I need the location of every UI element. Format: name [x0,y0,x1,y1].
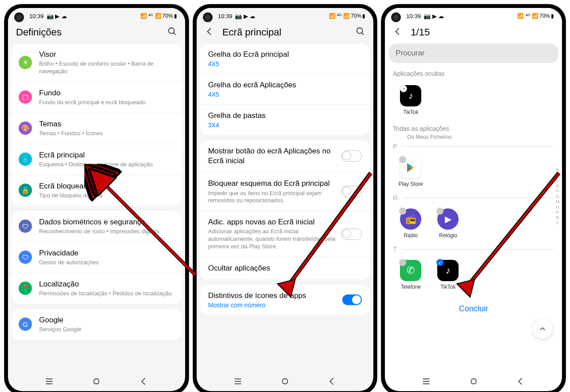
toggle-add-new[interactable]: Adic. apps novas ao Ecrã inicial Adicion… [200,211,370,257]
check-badge [399,259,406,266]
status-bar: 10:39 📷 ▶ ☁ 📶 ⁴ᴳ 📶 70% ▮ [385,8,562,22]
battery-icon: ▮ [174,13,177,19]
nav-back[interactable] [327,376,337,386]
tiktok-icon: ♪ − [400,85,421,106]
divider-t: T [385,245,562,254]
phone-icon: ✆ [400,260,421,281]
done-button[interactable]: Concluir [385,296,562,321]
svg-rect-5 [94,379,99,384]
phone-1: 10:39 📷 ▶ ☁ 📶 ⁴ᴳ 📶 70% ▮ Definições ☀ Vi… [4,4,189,392]
radio-icon: 📻 [400,208,421,230]
battery-icon: ▮ [362,13,365,19]
battery-icon: ▮ [551,13,554,19]
play-store-icon [400,157,421,178]
nav-home[interactable] [280,376,290,386]
svg-rect-14 [283,379,288,384]
nav-bar [8,372,185,391]
settings-item-fundo[interactable]: ▢ Fundo Fundo do ecrã principal e ecrã b… [12,82,182,113]
selection-counter: 1/15 [411,27,430,38]
hide-apps-item[interactable]: Ocultar aplicações [200,257,370,279]
phone-3: 10:39 📷 ▶ ☁ 📶 ⁴ᴳ 📶 70% ▮ 1/15 Procurar A… [381,4,566,392]
status-time: 10:39 [406,13,421,20]
camera-notch [203,12,213,22]
nav-recent[interactable] [421,376,431,386]
phone-2: 10:39 📷 ▶ ☁ 📶 ⁴ᴳ 📶 70% ▮ Ecrã principal [193,4,377,392]
lock-icon: 🔒 [19,184,32,197]
search-icon[interactable] [167,27,177,38]
status-signal-icon: 📶 ⁴ᴳ 📶 [140,13,162,19]
google-icon: G [19,318,32,331]
back-button[interactable] [393,27,403,38]
settings-item-biometric[interactable]: 🛡 Dados biométricos e segurança Reconhec… [12,211,182,242]
home-icon: ⌂ [19,153,32,166]
grid-apps[interactable]: Grelha do ecrã Aplicações 4X5 [200,74,370,105]
settings-item-home[interactable]: ⌂ Ecrã principal Esquema • Distintivos d… [12,144,182,175]
search-input[interactable]: Procurar [388,43,558,63]
app-clock[interactable]: ▶ Relógio [429,206,467,241]
hidden-app-tiktok[interactable]: ♪ − TikTok [392,82,429,118]
status-battery: 70% [539,13,550,19]
tiktok-icon: ♪ ✓ [437,260,459,281]
page-title: Ecrã principal [222,27,281,38]
scroll-top-button[interactable] [533,319,552,339]
hidden-apps-label: Aplicações ocultas [385,67,562,79]
settings-item-google[interactable]: G Google Serviços Google [12,309,182,340]
nav-back[interactable] [516,376,526,386]
grid-folders[interactable]: Grelha de pastas 3X4 [200,105,370,135]
check-badge-checked: ✓ [436,259,443,266]
location-icon: 📍 [19,282,32,295]
status-icons-left: 📷 ▶ ☁ [424,13,444,20]
settings-item-location[interactable]: 📍 Localização Permissões de localização … [12,273,182,304]
divider-p: P [385,142,562,151]
clock-icon: ▶ [437,208,459,230]
toggle-lock-layout[interactable]: Bloquear esquema do Ecrã principal Imped… [200,172,370,211]
partial-item: Os Meus Ficheiros [385,134,562,142]
status-icons-left: 📷 ▶ ☁ [235,13,255,20]
header: Ecrã principal [197,22,374,43]
settings-item-visor[interactable]: ☀ Visor Brilho • Escudo de conforto ocul… [12,43,182,82]
divider-r: R [385,193,562,202]
app-radio[interactable]: 📻 Rádio [392,206,429,241]
app-phone[interactable]: ✆ Telefone [392,257,429,293]
toggle-apps-button[interactable]: Mostrar botão do ecrã Aplicações no Ecrã… [200,140,370,172]
nav-recent[interactable] [233,376,243,386]
svg-point-0 [168,28,174,34]
shield-icon: 🛡 [19,220,32,233]
alpha-index[interactable]: &ACDFGMOPRT [556,168,560,225]
search-icon[interactable] [356,27,365,38]
back-button[interactable] [205,27,214,38]
status-time: 10:39 [218,13,233,20]
svg-line-10 [362,33,364,35]
app-tiktok-selected[interactable]: ♪ ✓ TikTok [429,257,467,293]
toggle-switch[interactable] [341,228,362,240]
nav-home[interactable] [91,376,101,386]
svg-rect-20 [471,379,476,384]
settings-item-privacy[interactable]: 🛡 Privacidade Gestor de autorizações [12,242,182,273]
status-signal-icon: 📶 ⁴ᴳ 📶 [329,13,350,19]
nav-home[interactable] [469,376,479,386]
toggle-switch[interactable] [341,186,362,197]
app-play-store[interactable]: Play Store [392,154,429,190]
header: 1/15 [385,22,562,43]
svg-line-1 [173,33,175,35]
status-battery: 70% [351,13,361,19]
toggle-switch[interactable] [341,150,362,162]
status-bar: 10:39 📷 ▶ ☁ 📶 ⁴ᴳ 📶 70% ▮ [8,8,185,22]
settings-item-lock[interactable]: 🔒 Ecrã bloqueado Tipo de bloqueio do ecr… [12,175,182,206]
all-apps-label: Todas as aplicações [385,122,562,134]
status-signal-icon: 📶 ⁴ᴳ 📶 [517,13,538,19]
themes-icon: 🎨 [19,122,32,135]
check-badge [436,208,443,215]
nav-back[interactable] [139,376,149,386]
grid-home[interactable]: Grelha do Ecrã principal 4X5 [200,43,370,74]
remove-badge[interactable]: − [400,85,407,92]
camera-notch [14,12,24,22]
toggle-badges[interactable]: Distintivos de ícones de apps Mostrar co… [200,285,370,315]
svg-point-9 [357,28,363,34]
display-icon: ☀ [19,56,32,69]
settings-item-temas[interactable]: 🎨 Temas Temas • Fundos • Ícones [12,113,182,144]
status-time: 10:39 [29,13,44,20]
nav-recent[interactable] [44,376,54,386]
nav-bar [385,372,562,391]
toggle-switch[interactable] [342,294,362,305]
